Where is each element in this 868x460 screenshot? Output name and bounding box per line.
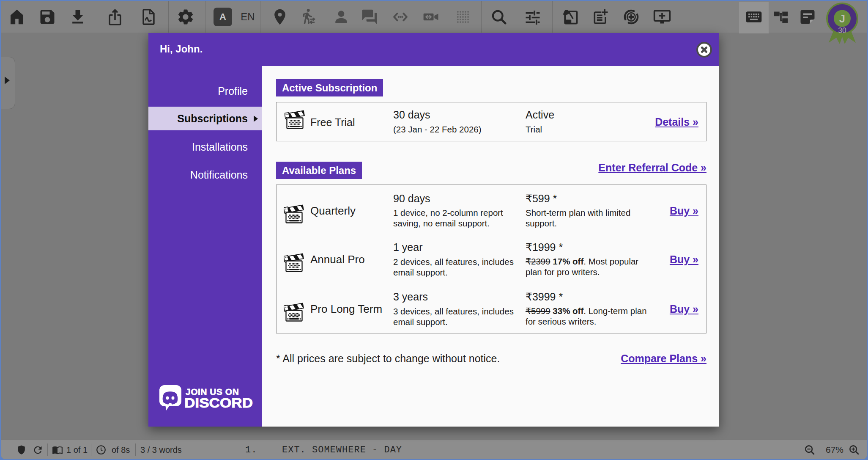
svg-text:JOIN US ON: JOIN US ON [186, 387, 239, 397]
svg-text:30: 30 [838, 26, 846, 35]
svg-text:J: J [839, 13, 845, 25]
svg-text:DISCORD: DISCORD [184, 396, 253, 410]
